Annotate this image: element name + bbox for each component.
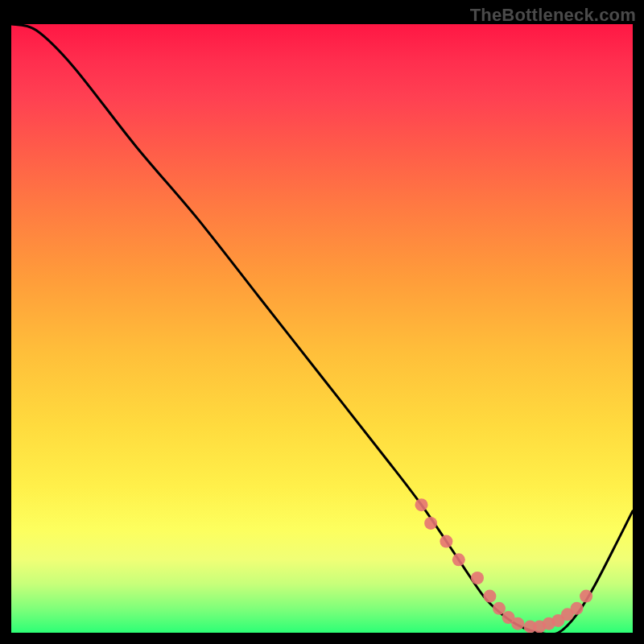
data-point-marker (493, 602, 506, 615)
curve-line (11, 24, 633, 633)
data-point-marker (571, 602, 584, 615)
data-point-marker (483, 590, 496, 603)
chart-container: TheBottleneck.com (0, 0, 644, 644)
chart-svg (11, 24, 633, 633)
data-point-marker (580, 590, 592, 603)
data-point-marker (415, 498, 428, 511)
data-point-marker (471, 572, 484, 584)
data-point-marker (440, 535, 452, 548)
data-point-marker (424, 517, 437, 530)
watermark-label: TheBottleneck.com (470, 5, 636, 26)
data-point-marker (452, 553, 465, 566)
plot-area (11, 24, 633, 633)
data-point-marker (511, 617, 524, 630)
